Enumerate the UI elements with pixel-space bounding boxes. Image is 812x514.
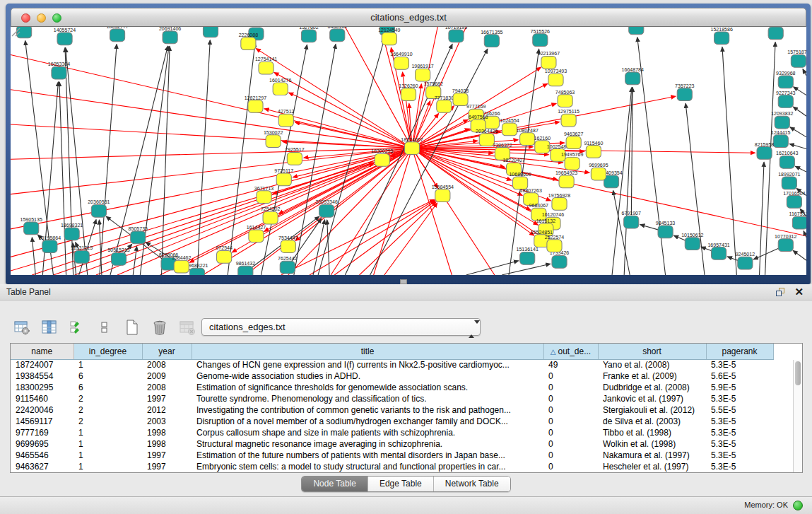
table-cell[interactable]: 1998 [142,427,192,438]
table-cell[interactable]: Tibbo et al. (1998) [598,427,706,438]
splitter-handle[interactable] [400,279,407,284]
row-options-button[interactable] [95,318,114,337]
resize-grip-icon[interactable] [11,27,805,274]
tab-edge-table[interactable]: Edge Table [368,477,434,491]
table-cell[interactable]: 9465546 [11,450,73,461]
column-header-pagerank[interactable]: pagerank [706,344,773,359]
show-columns-button[interactable] [40,318,59,337]
table-settings-button[interactable] [13,318,31,337]
table-cell[interactable]: Franke et al. (2009) [598,370,706,382]
select-all-button[interactable] [68,318,86,337]
table-cell[interactable]: 5.3E-5 [706,359,773,370]
table-cell[interactable]: 1998 [142,438,192,450]
vertical-scrollbar[interactable] [793,360,802,472]
table-cell[interactable]: 2008 [142,382,192,393]
table-cell[interactable]: 2009 [142,370,192,382]
table-cell[interactable]: 9777169 [11,427,73,438]
column-header-short[interactable]: short [598,344,706,359]
table-cell[interactable]: 18724007 [11,359,73,370]
table-cell[interactable]: 5.3E-5 [706,461,773,472]
float-panel-icon[interactable] [776,288,785,297]
table-cell[interactable]: 1 [73,450,142,461]
column-header-year[interactable]: year [142,344,192,359]
table-cell[interactable]: 22420046 [11,404,73,416]
close-panel-icon[interactable]: ✕ [794,286,804,298]
table-cell[interactable]: 18300295 [11,382,73,393]
table-row[interactable]: 946362711997Embryonic stem cells: a mode… [11,461,795,472]
column-header-title[interactable]: title [192,344,543,359]
network-canvas[interactable]: 2009140614055724180527772069140619883574… [11,27,806,275]
table-row[interactable]: 1872400712008Changes of HCN gene express… [11,359,795,370]
table-cell[interactable]: 0 [543,370,598,382]
table-cell[interactable]: 9463627 [11,461,73,472]
table-row[interactable]: 969969511998Structural magnetic resonanc… [11,438,795,450]
column-header-out_de[interactable]: △out_de... [543,344,598,359]
table-cell[interactable]: 1 [73,427,142,438]
table-row[interactable]: 911546021997Tourette syndrome. Phenomeno… [11,393,795,404]
table-cell[interactable]: 0 [543,404,598,416]
window-titlebar[interactable]: citations_edges.txt [11,8,806,27]
table-cell[interactable]: 2003 [142,416,192,427]
table-cell[interactable]: 0 [543,450,598,461]
table-cell[interactable]: 5.3E-5 [706,427,773,438]
new-document-button[interactable] [123,318,141,337]
table-cell[interactable]: Investigating the contribution of common… [192,404,543,416]
table-cell[interactable]: Changes of HCN gene expression and I(f) … [192,359,543,370]
delete-button[interactable] [151,318,169,337]
table-cell[interactable]: 0 [543,416,598,427]
table-cell[interactable]: 0 [543,438,598,450]
table-cell[interactable]: 0 [543,393,598,404]
table-cell[interactable]: de Silva et al. (2003) [598,416,706,427]
table-cell[interactable]: 1997 [142,450,192,461]
table-cell[interactable]: 1 [73,359,142,370]
table-cell[interactable]: Nakamura et al. (1997) [598,450,706,461]
table-row[interactable]: 1938455462009Genome-wide association stu… [11,370,795,382]
table-cell[interactable]: 14569117 [11,416,73,427]
table-cell[interactable]: 0 [543,382,598,393]
column-header-in_degree[interactable]: in_degree [73,344,142,359]
column-header-name[interactable]: name [11,344,73,359]
table-cell[interactable]: 2008 [142,359,192,370]
delete-table-button-disabled[interactable] [178,318,196,337]
table-cell[interactable]: Embryonic stem cells: a model to study s… [192,461,543,472]
table-cell[interactable]: 1997 [142,393,192,404]
table-row[interactable]: 946554611997Estimation of the future num… [11,450,795,461]
table-cell[interactable]: 49 [543,359,598,370]
table-cell[interactable]: Estimation of significance thresholds fo… [192,382,543,393]
table-cell[interactable]: 9115460 [11,393,73,404]
table-cell[interactable]: 0 [543,461,598,472]
table-cell[interactable]: 2012 [142,404,192,416]
table-cell[interactable]: 5.3E-5 [706,416,773,427]
table-cell[interactable]: 5.9E-5 [706,382,773,393]
table-row[interactable]: 2242004622012Investigating the contribut… [11,404,795,416]
table-selector-dropdown[interactable]: citations_edges.txt [201,318,481,336]
table-cell[interactable]: Genome-wide association studies in ADHD. [192,370,543,382]
table-row[interactable]: 1830029562008Estimation of significance … [11,382,795,393]
table-cell[interactable]: 2 [73,393,142,404]
table-cell[interactable]: Jankovic et al. (1997) [598,393,706,404]
table-cell[interactable]: Hescheler et al. (1997) [598,461,706,472]
table-cell[interactable]: 5.3E-5 [706,393,773,404]
scrollbar-thumb[interactable] [795,361,801,385]
table-cell[interactable]: 5.3E-5 [706,450,773,461]
table-cell[interactable]: Yano et al. (2008) [598,359,706,370]
table-cell[interactable]: 19384554 [11,370,73,382]
table-cell[interactable]: Stergiakouli et al. (2012) [598,404,706,416]
table-cell[interactable]: 2 [73,416,142,427]
table-cell[interactable]: 0 [543,427,598,438]
table-cell[interactable]: Estimation of the future numbers of pati… [192,450,543,461]
table-cell[interactable]: 1 [73,461,142,472]
table-cell[interactable]: Structural magnetic resonance image aver… [192,438,543,450]
table-cell[interactable]: 5.5E-5 [706,404,773,416]
table-row[interactable]: 977716911998Corpus callosum shape and si… [11,427,795,438]
table-cell[interactable]: 1997 [142,461,192,472]
table-row[interactable]: 1456911722003Disruption of a novel membe… [11,416,795,427]
table-cell[interactable]: 9699695 [11,438,73,450]
table-cell[interactable]: 6 [73,370,142,382]
table-cell[interactable]: Disruption of a novel member of a sodium… [192,416,543,427]
table-cell[interactable]: 5.3E-5 [706,438,773,450]
table-cell[interactable]: Corpus callosum shape and size in male p… [192,427,543,438]
table-cell[interactable]: 1 [73,438,142,450]
table-cell[interactable]: 5.6E-5 [706,370,773,382]
table-cell[interactable]: Wolkin et al. (1998) [598,438,706,450]
